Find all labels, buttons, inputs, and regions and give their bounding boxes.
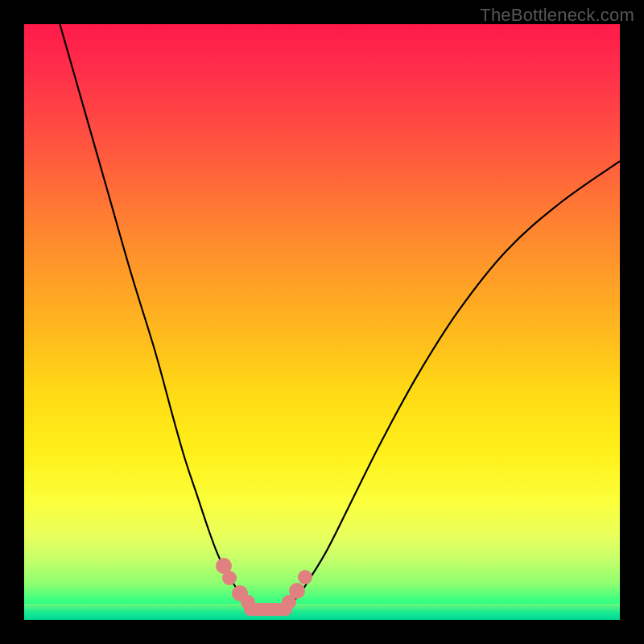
plot-area bbox=[24, 24, 620, 620]
curve-marker bbox=[298, 570, 312, 584]
curve-marker bbox=[289, 583, 305, 599]
watermark-text: TheBottleneck.com bbox=[480, 5, 634, 26]
curve-marker bbox=[222, 571, 237, 585]
chart-frame: TheBottleneck.com bbox=[0, 0, 644, 644]
valley-pill bbox=[244, 603, 292, 616]
marker-layer bbox=[24, 24, 620, 620]
